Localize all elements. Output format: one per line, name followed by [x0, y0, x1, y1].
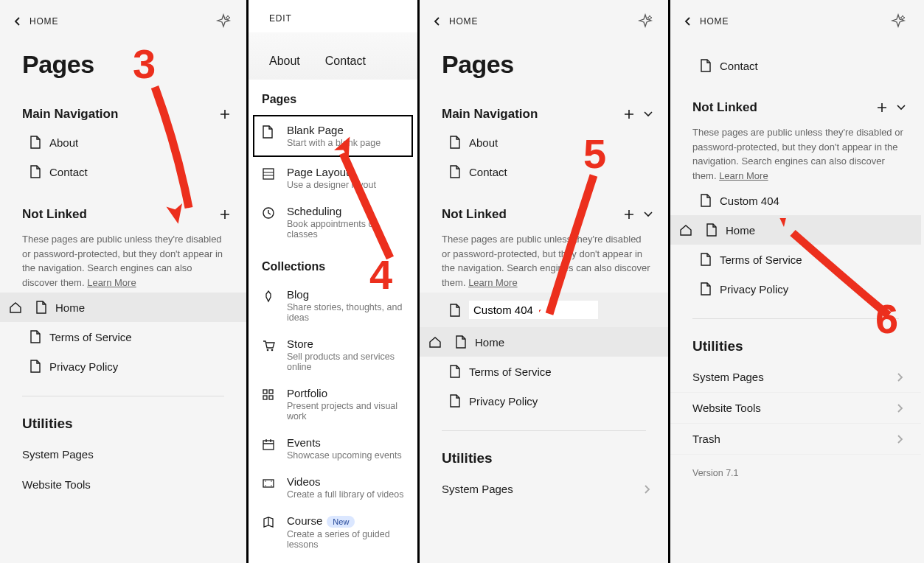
- option-course[interactable]: CourseNew Create a series of guided less…: [249, 507, 417, 557]
- home-breadcrumb[interactable]: HOME: [449, 16, 478, 27]
- chevron-down-icon[interactable]: [643, 109, 653, 119]
- option-events[interactable]: EventsShowcase upcoming events: [249, 429, 417, 468]
- chevron-down-icon[interactable]: [643, 209, 653, 220]
- add-main-nav-button[interactable]: [622, 108, 636, 121]
- page-item-tos[interactable]: Terms of Service: [0, 322, 246, 352]
- util-trash[interactable]: Trash: [670, 424, 921, 455]
- calendar-icon: [262, 438, 277, 452]
- add-main-nav-button[interactable]: [218, 108, 232, 121]
- page-icon: [706, 223, 717, 237]
- nav-item-about[interactable]: About: [0, 127, 246, 157]
- util-website-tools[interactable]: Website Tools: [670, 393, 921, 424]
- grid-icon: [262, 388, 277, 403]
- chevron-right-icon: [896, 403, 905, 413]
- option-blank-page[interactable]: Blank Page Start with a blank page: [253, 115, 413, 157]
- utilities-label: Utilities: [0, 396, 246, 439]
- page-item-privacy[interactable]: Privacy Policy: [0, 352, 246, 381]
- page-item-custom404[interactable]: Custom 404: [670, 186, 921, 215]
- home-icon: [428, 335, 442, 349]
- page-icon: [700, 282, 711, 296]
- back-chevron-icon[interactable]: [684, 17, 692, 26]
- group-more: More: [249, 557, 417, 563]
- learn-more-link[interactable]: Learn More: [87, 277, 136, 288]
- panel-step6: HOME Contact Not Linked These pages are …: [670, 0, 921, 563]
- util-system-pages[interactable]: System Pages: [420, 474, 668, 504]
- preview-tab-contact[interactable]: Contact: [325, 55, 366, 68]
- page-icon: [35, 301, 46, 314]
- home-icon: [679, 223, 692, 237]
- page-item-home[interactable]: Home: [420, 327, 668, 357]
- learn-more-link[interactable]: Learn More: [719, 170, 768, 181]
- option-store[interactable]: StoreSell products and services online: [249, 330, 417, 380]
- page-icon: [262, 125, 277, 140]
- pages-title: Pages: [420, 37, 668, 86]
- version-label: Version 7.1: [670, 455, 921, 478]
- panel-step4-add-menu: EDIT About Contact Pages Blank Page Star…: [249, 0, 420, 563]
- page-item-privacy[interactable]: Privacy Policy: [420, 386, 668, 416]
- page-item-privacy[interactable]: Privacy Policy: [670, 274, 921, 304]
- page-icon: [29, 360, 41, 373]
- not-linked-label: Not Linked: [0, 186, 246, 228]
- page-icon: [449, 394, 460, 408]
- home-icon: [9, 301, 22, 314]
- preview-tabs: About Contact: [249, 32, 417, 80]
- sparkle-icon[interactable]: [215, 13, 232, 29]
- home-breadcrumb[interactable]: HOME: [29, 16, 58, 27]
- util-system-pages[interactable]: System Pages: [670, 362, 921, 393]
- page-item-home[interactable]: Home: [670, 215, 921, 245]
- topbar: HOME: [670, 0, 921, 37]
- page-icon: [449, 304, 460, 317]
- nav-item-contact[interactable]: Contact: [0, 157, 246, 186]
- sparkle-icon[interactable]: [890, 13, 906, 29]
- learn-more-link[interactable]: Learn More: [468, 277, 517, 288]
- option-videos[interactable]: VideosCreate a full library of videos: [249, 468, 417, 507]
- group-pages: Pages: [249, 80, 417, 113]
- topbar: HOME: [420, 0, 668, 37]
- not-linked-label: Not Linked: [420, 186, 668, 228]
- clock-icon: [262, 206, 277, 221]
- page-icon: [455, 335, 466, 349]
- edit-label: EDIT: [249, 0, 417, 32]
- sparkle-icon[interactable]: [637, 13, 653, 29]
- page-item-new[interactable]: [420, 293, 668, 327]
- not-linked-label: Not Linked: [670, 80, 921, 121]
- page-item-tos[interactable]: Terms of Service: [420, 357, 668, 386]
- chevron-right-icon: [896, 434, 905, 444]
- util-website-tools[interactable]: Website Tools: [0, 469, 246, 500]
- option-scheduling[interactable]: SchedulingBook appointments or classes: [249, 197, 417, 247]
- page-name-input[interactable]: [469, 301, 598, 319]
- util-system-pages[interactable]: System Pages: [0, 439, 246, 469]
- nav-item-contact[interactable]: Contact: [670, 37, 921, 80]
- not-linked-desc: These pages are public unless they're di…: [670, 121, 921, 186]
- panel-step5: HOME Pages Main Navigation About Contact…: [420, 0, 670, 563]
- page-item-home[interactable]: Home: [0, 293, 246, 322]
- main-nav-label: Main Navigation: [0, 86, 246, 127]
- page-icon: [449, 165, 460, 178]
- not-linked-desc: These pages are public unless they're di…: [0, 228, 246, 293]
- page-icon: [449, 136, 460, 149]
- nav-item-about[interactable]: About: [420, 127, 668, 157]
- nav-item-contact[interactable]: Contact: [420, 157, 668, 186]
- add-not-linked-button[interactable]: [218, 208, 232, 221]
- chevron-down-icon[interactable]: [896, 102, 906, 113]
- page-icon: [29, 165, 41, 178]
- option-blog[interactable]: BlogShare stories, thoughts, and ideas: [249, 281, 417, 330]
- chevron-right-icon: [643, 484, 652, 494]
- pin-icon: [262, 290, 277, 304]
- utilities-label: Utilities: [420, 431, 668, 474]
- panel-step3: HOME Pages Main Navigation About Contact…: [0, 0, 249, 563]
- option-page-layouts[interactable]: Page LayoutsUse a designer layout: [249, 158, 417, 197]
- back-chevron-icon[interactable]: [433, 17, 442, 26]
- home-breadcrumb[interactable]: HOME: [700, 16, 729, 27]
- preview-tab-about[interactable]: About: [269, 55, 300, 68]
- option-portfolio[interactable]: PortfolioPresent projects and visual wor…: [249, 380, 417, 429]
- add-not-linked-button[interactable]: [875, 101, 889, 114]
- back-chevron-icon[interactable]: [13, 17, 22, 26]
- cart-icon: [262, 339, 277, 354]
- chevron-right-icon: [896, 372, 905, 382]
- add-not-linked-button[interactable]: [622, 208, 636, 221]
- page-item-tos[interactable]: Terms of Service: [670, 245, 921, 274]
- page-icon: [700, 253, 711, 266]
- video-icon: [262, 477, 277, 492]
- page-icon: [700, 194, 711, 207]
